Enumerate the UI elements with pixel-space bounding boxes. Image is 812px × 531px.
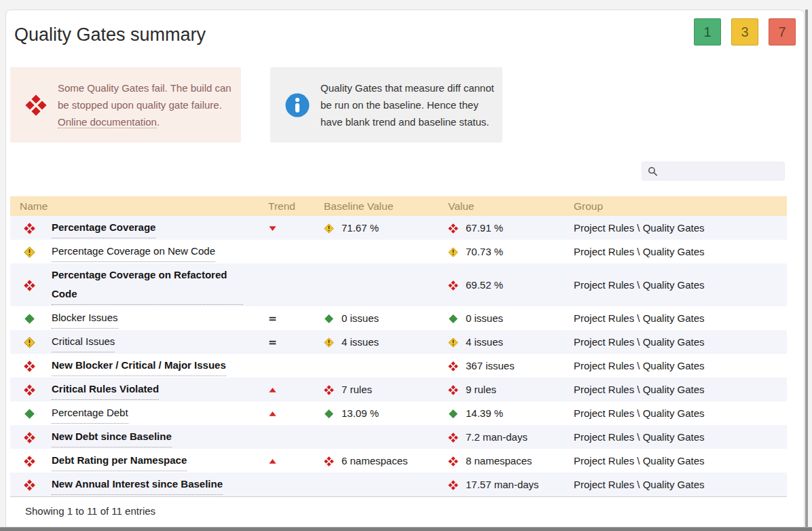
value: 70.73 % [466, 242, 503, 261]
table-row: Percentage Coverage on New Code 70.73 % … [10, 240, 787, 263]
metric-name-link[interactable]: New Debt since Baseline [52, 427, 172, 447]
value-status-icon [448, 337, 458, 348]
page-title: Quality Gates summary [14, 24, 790, 45]
status-icon [24, 479, 35, 491]
status-icon [24, 280, 35, 291]
group-cell: Project Rules \ Quality Gates [564, 306, 787, 330]
baseline-value: 71.67 % [342, 219, 379, 238]
metric-name-link[interactable]: New Annual Interest since Baseline [52, 475, 223, 495]
table-row: New Annual Interest since Baseline 17.57… [10, 473, 787, 497]
group-cell: Project Rules \ Quality Gates [564, 263, 787, 306]
status-icon [24, 246, 35, 258]
table-search-box [642, 162, 785, 181]
metric-name-link[interactable]: Debt Rating per Namespace [52, 451, 187, 471]
scrollbar[interactable] [805, 10, 808, 531]
metric-name-link[interactable]: Percentage Coverage [52, 218, 155, 238]
passed-gates-badge[interactable]: 1 [694, 18, 721, 45]
gate-count-badges: 1 3 7 [694, 18, 796, 45]
warned-gates-badge[interactable]: 3 [731, 18, 758, 45]
table-row: Percentage Debt 13.09 % 14.39 % Project … [10, 401, 787, 425]
value-status-icon [448, 433, 458, 443]
warning-text-suffix: . [157, 116, 160, 128]
column-header-name[interactable]: Name [10, 196, 259, 216]
value-status-icon [448, 223, 458, 234]
table-row: New Blocker / Critical / Major Issues 36… [10, 354, 787, 378]
baseline-status-icon [324, 456, 334, 466]
search-row [10, 162, 785, 181]
group-cell: Project Rules \ Quality Gates [564, 425, 787, 449]
group-cell: Project Rules \ Quality Gates [564, 240, 787, 263]
status-icon [24, 361, 35, 372]
baseline-value: 6 namespaces [342, 452, 408, 471]
value: 69.52 % [466, 276, 503, 295]
online-documentation-link[interactable]: Online documentation [58, 116, 157, 128]
value: 0 issues [466, 309, 503, 328]
table-body: Percentage Coverage 71.67 % 67.91 % Proj… [10, 216, 787, 497]
value: 9 rules [466, 380, 496, 399]
baseline-status-icon [324, 337, 334, 348]
table-header-row: Name Trend Baseline Value Value Group [10, 196, 787, 216]
metric-name-link[interactable]: Percentage Coverage on Refactored Code [52, 266, 243, 305]
baseline-value: 4 issues [342, 333, 379, 352]
value: 4 issues [466, 333, 503, 352]
search-input[interactable] [662, 165, 784, 177]
fail-diamond-icon [25, 94, 47, 116]
metric-name-link[interactable]: Percentage Debt [52, 403, 128, 424]
metric-name-link[interactable]: Critical Rules Violated [52, 380, 159, 400]
value: 7.2 man-days [466, 428, 528, 447]
trend-icon [268, 386, 314, 395]
table-row: Critical Issues 4 issues 4 issues Projec… [10, 330, 787, 354]
notice-boxes: Some Quality Gates fail. The build can b… [10, 67, 790, 143]
value: 14.39 % [466, 404, 503, 423]
baseline-value: 7 rules [342, 380, 372, 399]
value-status-icon [448, 314, 458, 324]
table-row: Percentage Coverage on Refactored Code 6… [10, 263, 787, 306]
group-cell: Project Rules \ Quality Gates [564, 354, 787, 378]
metric-name-link[interactable]: Critical Issues [52, 332, 115, 352]
warning-text-main: Some Quality Gates fail. The build can b… [58, 82, 232, 111]
trend-icon [268, 457, 314, 466]
value-status-icon [448, 361, 458, 371]
baseline-value: 13.09 % [342, 404, 379, 423]
column-header-group[interactable]: Group [564, 196, 787, 216]
status-icon [24, 337, 35, 348]
value-status-icon [448, 247, 458, 257]
group-cell: Project Rules \ Quality Gates [564, 401, 787, 425]
window-bottom-edge [0, 527, 812, 531]
metric-name-link[interactable]: Blocker Issues [52, 308, 118, 329]
status-icon [24, 313, 35, 325]
status-icon [24, 408, 35, 420]
status-icon [24, 456, 35, 467]
table-row: Debt Rating per Namespace 6 namespaces 8… [10, 449, 787, 473]
failed-gates-badge[interactable]: 7 [769, 18, 796, 45]
table-row: New Debt since Baseline 7.2 man-days Pro… [10, 425, 787, 449]
status-icon [24, 223, 35, 234]
info-text: Quality Gates that measure diff cannot b… [320, 79, 494, 130]
value: 367 issues [466, 356, 515, 376]
group-cell: Project Rules \ Quality Gates [564, 378, 787, 401]
info-notice: Quality Gates that measure diff cannot b… [270, 67, 502, 143]
table-row: Percentage Coverage 71.67 % 67.91 % Proj… [10, 216, 787, 240]
group-cell: Project Rules \ Quality Gates [564, 330, 787, 354]
trend-icon [268, 224, 314, 233]
warning-notice: Some Quality Gates fail. The build can b… [10, 67, 241, 143]
column-header-baseline-value[interactable]: Baseline Value [314, 196, 439, 216]
value-status-icon [448, 480, 458, 490]
column-header-trend[interactable]: Trend [259, 196, 314, 216]
column-header-value[interactable]: Value [439, 196, 564, 216]
status-icon [24, 384, 35, 396]
baseline-status-icon [324, 314, 334, 324]
group-cell: Project Rules \ Quality Gates [564, 216, 787, 240]
metric-name-link[interactable]: New Blocker / Critical / Major Issues [52, 356, 226, 376]
table-row: Critical Rules Violated 7 rules 9 rules … [10, 378, 787, 401]
baseline-status-icon [324, 385, 334, 395]
value: 17.57 man-days [466, 475, 539, 494]
entries-summary: Showing 1 to 11 of 11 entries [25, 505, 790, 517]
baseline-status-icon [324, 409, 334, 419]
value: 67.91 % [466, 219, 503, 238]
warning-text: Some Quality Gates fail. The build can b… [58, 79, 233, 130]
status-icon [24, 432, 35, 443]
trend-icon [268, 314, 314, 323]
group-cell: Project Rules \ Quality Gates [564, 449, 787, 473]
metric-name-link[interactable]: Percentage Coverage on New Code [52, 242, 215, 262]
